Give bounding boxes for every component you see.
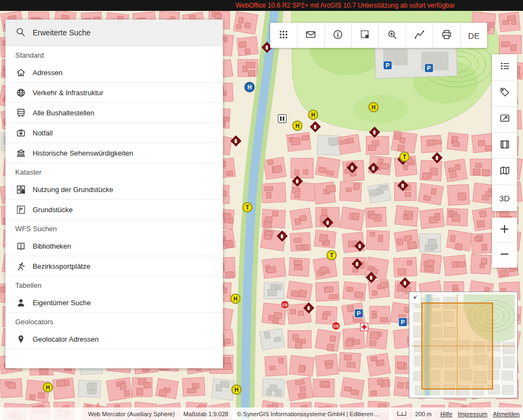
measure-button[interactable]	[406, 23, 433, 48]
language-button[interactable]: DE	[460, 23, 487, 48]
search-panel-title: Erweiterte Suche	[33, 28, 91, 37]
window-select-icon	[499, 113, 510, 126]
info-icon	[332, 29, 344, 42]
search-item-historische-sehenswürdigkeiten[interactable]: Historische Sehenswürdigkeiten	[5, 143, 223, 163]
search-panel: Erweiterte Suche StandardAdressenVerkehr…	[5, 20, 223, 368]
link-abmelden[interactable]: Abmelden	[493, 411, 520, 417]
map-book-button[interactable]	[492, 159, 517, 185]
marker-cs-cs[interactable]: CS	[332, 322, 340, 330]
search-item-alle-bushaltestellen[interactable]: Alle Bushaltestellen	[5, 103, 223, 123]
mail-icon	[305, 29, 316, 42]
search-item-grundstücke[interactable]: Grundstücke	[5, 200, 223, 220]
print-icon	[441, 29, 452, 42]
link-impressum[interactable]: Impressum	[458, 411, 487, 417]
museum-icon	[15, 148, 26, 158]
search-item-adressen[interactable]: Adressen	[5, 63, 223, 83]
overview-collapse-button[interactable]	[409, 292, 421, 304]
marker-circle-t[interactable]: T	[327, 250, 337, 261]
search-item-verkehr-infrastruktur[interactable]: Verkehr & Infrastruktur	[5, 83, 223, 103]
search-item-notfall[interactable]: Notfall	[5, 123, 223, 143]
link-hilfe[interactable]: Hilfe	[440, 411, 452, 417]
marker-cs-cs[interactable]: CS	[281, 301, 289, 308]
book-icon	[15, 241, 26, 251]
search-panel-header: Erweiterte Suche	[5, 20, 223, 46]
mapbook-icon	[499, 165, 510, 178]
marker-circle-h[interactable]: H	[292, 121, 303, 131]
search-item-eigentümer-suche[interactable]: Eigentümer Suche	[5, 293, 223, 313]
person-icon	[15, 298, 26, 308]
first-aid-icon	[15, 128, 26, 138]
apps-menu-button[interactable]	[270, 23, 297, 48]
minus-icon	[499, 248, 510, 262]
search-item-bibliotheken[interactable]: Bibliotheken	[5, 236, 223, 256]
section-label-standard: Standard	[5, 46, 223, 63]
marker-circle-t[interactable]: T	[242, 202, 253, 213]
apps-grid-icon	[278, 29, 289, 42]
scalebar	[397, 411, 407, 416]
search-item-label: Bezirkssportplätze	[33, 262, 90, 270]
pin-icon	[15, 334, 26, 344]
search-item-label: Grundstücke	[33, 206, 73, 214]
marker-circle-h[interactable]: H	[369, 102, 379, 113]
language-label: DE	[468, 31, 480, 40]
mail-button[interactable]	[297, 23, 324, 48]
marker-circle-h[interactable]: H	[232, 385, 242, 395]
marker-circle-h[interactable]: H	[308, 110, 319, 120]
search-item-label: Alle Bushaltestellen	[33, 109, 94, 117]
select-extent-icon	[359, 29, 371, 42]
view-3d-button[interactable]: 3D	[492, 185, 517, 211]
print-button[interactable]	[433, 23, 460, 48]
announcement-bar: WebOffice 10.6 R2 SP2+ mit ArcGIS 10.7 U…	[0, 0, 523, 11]
zoom-search-button[interactable]	[378, 23, 406, 48]
home-icon	[15, 67, 26, 78]
parcel-flag-icon	[15, 205, 26, 215]
marker-psign-p[interactable]: P	[384, 61, 392, 70]
overview-map[interactable]	[409, 292, 518, 398]
map-scale-label: Maßstab 1:9.028	[183, 411, 228, 417]
labels-button[interactable]	[492, 81, 517, 107]
legend-button[interactable]	[492, 54, 517, 81]
section-label-tabellen: Tabellen	[5, 276, 223, 293]
basemap-icon	[499, 139, 510, 152]
marker-psign-p[interactable]: P	[355, 310, 363, 318]
select-window-button[interactable]	[492, 107, 517, 133]
overview-map-canvas	[412, 294, 515, 396]
section-label-geolocators: Geolocators	[5, 313, 223, 329]
marker-cross[interactable]	[360, 323, 369, 331]
marker-psign-p[interactable]: P	[425, 64, 433, 72]
marker-station[interactable]	[278, 114, 287, 123]
marker-circle-h[interactable]: H	[43, 382, 53, 393]
search-item-bezirkssportplätze[interactable]: Bezirkssportplätze	[5, 256, 223, 276]
select-extent-button[interactable]	[351, 23, 378, 48]
search-list: StandardAdressenVerkehr & InfrastrukturA…	[5, 46, 223, 349]
plus-icon	[499, 223, 510, 237]
marker-circle-t[interactable]: T	[400, 152, 410, 162]
zoom-controls	[492, 218, 517, 268]
globe-icon	[15, 88, 26, 98]
search-item-label: Adressen	[33, 69, 63, 77]
zoom-out-button[interactable]	[492, 243, 517, 268]
marker-psign-p[interactable]: P	[399, 318, 407, 326]
tag-icon	[499, 87, 510, 100]
projection-label: Web Mercator (Auxiliary Sphere)	[88, 411, 175, 417]
section-label-kataster: Kataster	[5, 163, 223, 180]
marker-circle-h[interactable]: H	[245, 82, 255, 92]
scalebar-label: 200 m	[415, 411, 432, 417]
status-links: HilfeImpressumAbmelden	[440, 411, 520, 417]
search-item-label: Notfall	[33, 129, 53, 137]
search-item-label: Geolocator Adressen	[33, 335, 98, 343]
section-label-wfs-suchen: WFS Suchen	[5, 220, 223, 236]
basemap-gallery-button[interactable]	[492, 133, 517, 159]
view-3d-label: 3D	[499, 194, 509, 203]
marker-circle-h[interactable]: H	[231, 294, 241, 304]
search-item-geolocator-adressen[interactable]: Geolocator Adressen	[5, 329, 223, 349]
zoom-in-button[interactable]	[492, 218, 517, 243]
copyright-label: © SynerGIS Informationssysteme GmbH | Ed…	[237, 411, 380, 417]
measure-icon	[414, 29, 425, 42]
app-window: HHHHHHHTTTPPPPCSCS WebOffice 10.6 R2 SP2…	[0, 0, 523, 420]
search-item-label: Nutzung der Grundstücke	[33, 186, 113, 194]
info-button[interactable]	[324, 23, 351, 48]
runner-icon	[15, 261, 26, 271]
search-item-nutzung-der-grundstücke[interactable]: Nutzung der Grundstücke	[5, 180, 223, 200]
search-item-label: Bibliotheken	[33, 242, 71, 250]
